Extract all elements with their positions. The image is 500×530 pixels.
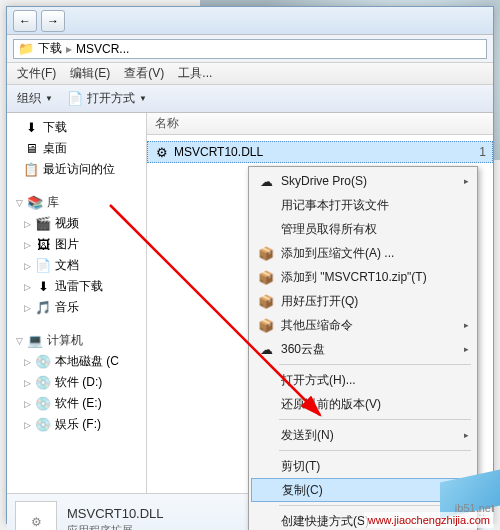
dll-large-icon: ⚙ bbox=[15, 501, 57, 531]
tree-videos[interactable]: ▷🎬视频 bbox=[7, 213, 146, 234]
dropdown-icon: ▼ bbox=[45, 94, 53, 103]
expand-icon[interactable]: ▽ bbox=[15, 336, 23, 346]
menu-view[interactable]: 查看(V) bbox=[124, 65, 164, 82]
expand-icon[interactable]: ▽ bbox=[15, 198, 23, 208]
details-filename: MSVCRT10.DLL bbox=[67, 506, 164, 521]
expand-icon[interactable]: ▷ bbox=[23, 357, 31, 367]
video-icon: 🎬 bbox=[35, 216, 51, 232]
tree-xunlei[interactable]: ▷⬇迅雷下载 bbox=[7, 276, 146, 297]
tree-recent[interactable]: 📋最近访问的位 bbox=[7, 159, 146, 180]
ctx-notepad[interactable]: 用记事本打开该文件 bbox=[251, 193, 475, 217]
disk-icon: 💿 bbox=[35, 354, 51, 370]
open-with-button[interactable]: 📄打开方式 ▼ bbox=[67, 90, 147, 107]
context-separator bbox=[279, 419, 471, 420]
breadcrumb-2[interactable]: MSVCR... bbox=[76, 42, 129, 56]
archive-icon: 📦 bbox=[257, 292, 275, 310]
context-menu: ☁SkyDrive Pro(S)▸ 用记事本打开该文件 管理员取得所有权 📦添加… bbox=[248, 166, 478, 530]
tree-disk-f[interactable]: ▷💿娱乐 (F:) bbox=[7, 414, 146, 435]
folder-icon: 📁 bbox=[18, 41, 34, 57]
expand-icon[interactable]: ▷ bbox=[23, 219, 31, 229]
expand-icon[interactable]: ▷ bbox=[23, 378, 31, 388]
desktop-icon: 🖥 bbox=[23, 141, 39, 157]
tree-disk-e[interactable]: ▷💿软件 (E:) bbox=[7, 393, 146, 414]
expand-icon[interactable]: ▷ bbox=[23, 303, 31, 313]
file-index: 1 bbox=[479, 145, 486, 159]
archive-icon: 📦 bbox=[257, 268, 275, 286]
submenu-arrow-icon: ▸ bbox=[464, 176, 469, 186]
organize-button[interactable]: 组织 ▼ bbox=[17, 90, 53, 107]
download-icon: ⬇ bbox=[35, 279, 51, 295]
music-icon: 🎵 bbox=[35, 300, 51, 316]
menu-tools[interactable]: 工具... bbox=[178, 65, 212, 82]
nav-back-button[interactable]: ← bbox=[13, 10, 37, 32]
tree-downloads[interactable]: ⬇下载 bbox=[7, 117, 146, 138]
cloud-icon: ☁ bbox=[257, 172, 275, 190]
tree-music[interactable]: ▷🎵音乐 bbox=[7, 297, 146, 318]
ctx-otherzip[interactable]: 📦其他压缩命令▸ bbox=[251, 313, 475, 337]
disk-icon: 💿 bbox=[35, 375, 51, 391]
submenu-arrow-icon: ▸ bbox=[464, 430, 469, 440]
expand-icon[interactable]: ▷ bbox=[23, 240, 31, 250]
cloud-icon: ☁ bbox=[257, 340, 275, 358]
file-row-selected[interactable]: ⚙ MSVCRT10.DLL 1 bbox=[147, 141, 493, 163]
context-separator bbox=[279, 364, 471, 365]
archive-icon: 📦 bbox=[257, 316, 275, 334]
details-type: 应用程序扩展 bbox=[67, 523, 164, 531]
right-arrow-icon: → bbox=[47, 14, 59, 28]
dll-icon: ⚙ bbox=[154, 144, 170, 160]
ctx-addzip[interactable]: 📦添加到压缩文件(A) ... bbox=[251, 241, 475, 265]
archive-icon: 📦 bbox=[257, 244, 275, 262]
left-arrow-icon: ← bbox=[19, 14, 31, 28]
watermark-1: www.jiaochengzhijia.com bbox=[364, 512, 494, 528]
expand-icon[interactable]: ▷ bbox=[23, 420, 31, 430]
ctx-openwith[interactable]: 打开方式(H)... bbox=[251, 368, 475, 392]
nav-forward-button[interactable]: → bbox=[41, 10, 65, 32]
submenu-arrow-icon: ▸ bbox=[464, 320, 469, 330]
ctx-admin[interactable]: 管理员取得所有权 bbox=[251, 217, 475, 241]
ctx-skydrive[interactable]: ☁SkyDrive Pro(S)▸ bbox=[251, 169, 475, 193]
ctx-openzip[interactable]: 📦用好压打开(Q) bbox=[251, 289, 475, 313]
menu-bar: 文件(F) 编辑(E) 查看(V) 工具... bbox=[7, 63, 493, 85]
ctx-restore[interactable]: 还原以前的版本(V) bbox=[251, 392, 475, 416]
menu-edit[interactable]: 编辑(E) bbox=[70, 65, 110, 82]
dropdown-icon: ▼ bbox=[139, 94, 147, 103]
context-separator bbox=[279, 450, 471, 451]
ctx-addzip2[interactable]: 📦添加到 "MSVCRT10.zip"(T) bbox=[251, 265, 475, 289]
expand-icon[interactable]: ▷ bbox=[23, 261, 31, 271]
expand-icon[interactable]: ▷ bbox=[23, 399, 31, 409]
breadcrumb-1[interactable]: 下载 bbox=[38, 40, 62, 57]
disk-icon: 💿 bbox=[35, 396, 51, 412]
titlebar: ← → bbox=[7, 7, 493, 35]
address-field[interactable]: 📁 下载 ▸ MSVCR... bbox=[13, 39, 487, 59]
recent-icon: 📋 bbox=[23, 162, 39, 178]
ctx-360[interactable]: ☁360云盘▸ bbox=[251, 337, 475, 361]
tree-disk-c[interactable]: ▷💿本地磁盘 (C bbox=[7, 351, 146, 372]
toolbar: 组织 ▼ 📄打开方式 ▼ bbox=[7, 85, 493, 113]
disk-icon: 💿 bbox=[35, 417, 51, 433]
tree-desktop[interactable]: 🖥桌面 bbox=[7, 138, 146, 159]
column-header-name[interactable]: 名称 bbox=[147, 113, 493, 135]
ctx-sendto[interactable]: 发送到(N)▸ bbox=[251, 423, 475, 447]
doc-icon: 📄 bbox=[67, 91, 83, 107]
tree-computer[interactable]: ▽💻计算机 bbox=[7, 328, 146, 351]
download-icon: ⬇ bbox=[23, 120, 39, 136]
submenu-arrow-icon: ▸ bbox=[464, 344, 469, 354]
document-icon: 📄 bbox=[35, 258, 51, 274]
tree-disk-d[interactable]: ▷💿软件 (D:) bbox=[7, 372, 146, 393]
picture-icon: 🖼 bbox=[35, 237, 51, 253]
library-icon: 📚 bbox=[27, 195, 43, 211]
expand-icon[interactable]: ▷ bbox=[23, 282, 31, 292]
file-name: MSVCRT10.DLL bbox=[174, 145, 263, 159]
nav-tree: ⬇下载 🖥桌面 📋最近访问的位 ▽📚库 ▷🎬视频 ▷🖼图片 ▷📄文档 ▷⬇迅雷下… bbox=[7, 113, 147, 493]
ctx-cut[interactable]: 剪切(T) bbox=[251, 454, 475, 478]
chevron-right-icon: ▸ bbox=[66, 42, 72, 56]
computer-icon: 💻 bbox=[27, 333, 43, 349]
address-bar: 📁 下载 ▸ MSVCR... bbox=[7, 35, 493, 63]
tree-libraries[interactable]: ▽📚库 bbox=[7, 190, 146, 213]
tree-pictures[interactable]: ▷🖼图片 bbox=[7, 234, 146, 255]
menu-file[interactable]: 文件(F) bbox=[17, 65, 56, 82]
tree-documents[interactable]: ▷📄文档 bbox=[7, 255, 146, 276]
